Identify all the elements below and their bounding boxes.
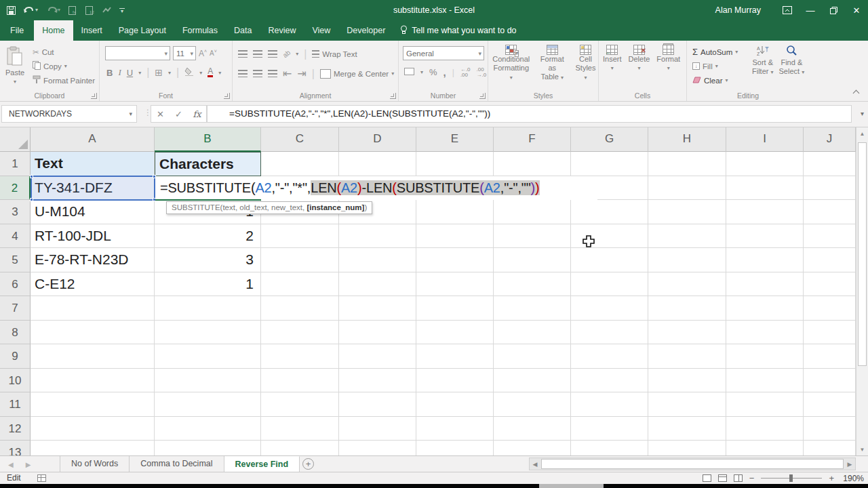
cell-J7[interactable] [804,296,856,321]
name-box-dropdown-icon[interactable]: ▾ [129,106,132,122]
zoom-level[interactable]: 190% [841,474,864,483]
wrap-text-button[interactable]: Wrap Text [312,47,357,61]
cell-C13[interactable] [261,441,339,455]
cell-A4[interactable]: RT-100-JDL [31,224,155,249]
cell-A2[interactable]: TY-341-DFZ [31,176,155,201]
cell-I13[interactable] [726,441,804,455]
cell-E13[interactable] [416,441,494,455]
cell-H6[interactable] [648,272,726,297]
underline-button[interactable]: U [127,68,133,78]
accounting-format-icon[interactable] [404,68,414,77]
cell-J10[interactable] [804,369,856,393]
font-name-combo[interactable]: ▾ [105,46,170,60]
normal-view-icon[interactable] [703,474,711,482]
format-as-table-button[interactable]: Format asTable ▾ [536,45,569,82]
cell-A12[interactable] [31,417,155,441]
clipboard-dialog-launcher[interactable] [91,93,97,99]
cell-G11[interactable] [571,392,648,417]
cell-E1[interactable] [416,152,494,176]
minimize-button[interactable]: — [799,0,822,20]
cell-G7[interactable] [571,296,648,321]
cell-A6[interactable]: C-E12 [31,272,155,297]
cancel-icon[interactable]: ✕ [151,109,170,119]
sheet-tab-no-of-words[interactable]: No of Words [60,456,130,472]
column-header-G[interactable]: G [571,127,648,152]
cell-E10[interactable] [416,369,494,393]
cell-D1[interactable] [339,152,416,176]
scroll-down-icon[interactable]: ▼ [856,443,868,455]
merge-center-button[interactable]: Merge & Center▾ [320,66,394,81]
cell-J5[interactable] [804,248,856,272]
cell-F13[interactable] [494,441,571,455]
cell-I10[interactable] [726,369,804,393]
paste-button[interactable]: Paste ▾ [5,46,24,86]
formula-input[interactable]: =SUBSTITUTE(A2,"-","*",LEN(A2)-LEN(SUBST… [207,105,852,123]
cell-G5[interactable] [571,248,648,272]
number-format-combo[interactable]: General▾ [403,46,484,60]
cell-C9[interactable] [261,344,339,369]
horizontal-scroll-thumb[interactable] [541,459,844,469]
cell-D13[interactable] [339,441,416,455]
cell-A9[interactable] [31,344,155,369]
cell-J9[interactable] [804,344,856,369]
zoom-out-icon[interactable]: − [749,473,755,483]
cell-C5[interactable] [261,248,339,272]
tell-me-box[interactable]: Tell me what you want to do [393,20,523,41]
page-layout-view-icon[interactable] [718,474,727,482]
cell-D11[interactable] [339,392,416,417]
cell-B12[interactable] [155,417,261,441]
cell-H9[interactable] [648,344,726,369]
cell-I9[interactable] [726,344,804,369]
cell-E4[interactable] [416,224,494,249]
scroll-up-icon[interactable]: ▲ [856,127,868,140]
cell-C1[interactable] [261,152,339,176]
tab-review[interactable]: Review [260,20,304,41]
cell-H2[interactable] [648,176,726,201]
italic-button[interactable]: I [118,67,121,78]
cell-C10[interactable] [261,369,339,393]
macro-record-icon[interactable] [37,474,46,482]
cell-H1[interactable] [648,152,726,176]
cell-C4[interactable] [261,224,339,249]
name-box[interactable]: NETWORKDAYS▾ [1,105,137,123]
cell-F8[interactable] [494,321,571,345]
sort-filter-button[interactable]: AZ Sort &Filter ▾ [752,45,774,77]
new-sheet-button[interactable]: + [302,458,314,470]
cell-B8[interactable] [155,321,261,345]
zoom-slider-thumb[interactable] [789,474,793,482]
fill-button[interactable]: ↓Fill▾ [692,59,738,73]
page-break-view-icon[interactable] [734,474,743,482]
increase-decimal-icon[interactable]: ←.0.00 [460,67,471,78]
cell-D6[interactable] [339,272,416,297]
cell-I3[interactable] [726,200,804,224]
row-header-8[interactable]: 8 [0,321,31,345]
cell-C11[interactable] [261,392,339,417]
cell-A8[interactable] [31,321,155,345]
column-header-A[interactable]: A [31,127,155,152]
horizontal-scrollbar[interactable]: ◀ ▶ [529,458,856,470]
row-header-10[interactable]: 10 [0,369,31,393]
formula-bar-expand-icon[interactable]: ▾ [861,110,864,117]
cell-E11[interactable] [416,392,494,417]
vertical-scrollbar[interactable]: ▲ ▼ [856,127,868,455]
format-painter-button[interactable]: Format Painter [33,73,95,87]
cell-D5[interactable] [339,248,416,272]
cell-D7[interactable] [339,296,416,321]
cell-H7[interactable] [648,296,726,321]
cell-I4[interactable] [726,224,804,249]
cell-F9[interactable] [494,344,571,369]
decrease-indent-icon[interactable]: ⇤ [283,67,292,80]
row-header-11[interactable]: 11 [0,392,31,417]
cell-H8[interactable] [648,321,726,345]
sheet-tab-reverse-find[interactable]: Reverse Find [224,456,300,472]
cell-I7[interactable] [726,296,804,321]
enter-icon[interactable]: ✓ [170,109,188,119]
row-header-13[interactable]: 13 [0,441,31,455]
underline-dropdown[interactable]: ▾ [138,70,141,76]
select-all-corner[interactable] [0,127,31,152]
row-header-5[interactable]: 5 [0,248,31,272]
cell-E5[interactable] [416,248,494,272]
cell-B11[interactable] [155,392,261,417]
copy-button[interactable]: Copy ▾ [33,59,95,73]
cell-F11[interactable] [494,392,571,417]
